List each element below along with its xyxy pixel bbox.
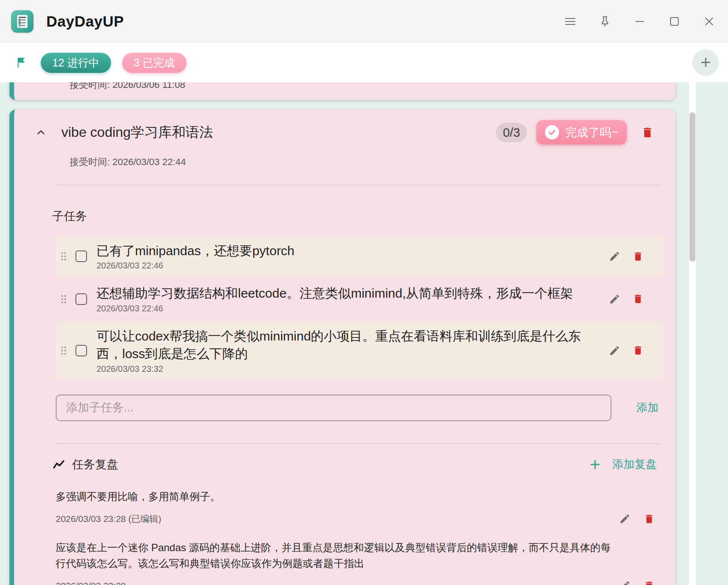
edit-subtask-icon[interactable]	[609, 250, 620, 262]
add-subtask-row: 添加	[56, 395, 659, 421]
minimize-icon[interactable]	[633, 15, 647, 28]
app-logo-icon	[11, 10, 33, 33]
complete-task-label: 完成了吗~	[565, 125, 618, 140]
review-item: 多强调不要用比喻，多用简单例子。 2026/03/03 23:28 (已编辑)	[56, 489, 655, 525]
subtask-text: 还想辅助学习数据结构和leetcode。注意类似minimind,从简单到特殊，…	[96, 284, 601, 302]
subtask-text: 可以让codex帮我搞一个类似minimind的小项目。重点在看语料库和训练到底…	[96, 327, 601, 363]
task-card-header: vibe coding学习库和语法 0/3 完成了吗~	[14, 110, 675, 145]
filter-in-progress-button[interactable]: 12 进行中	[41, 53, 111, 73]
task-card: vibe coding学习库和语法 0/3 完成了吗~	[9, 110, 675, 585]
task-title: vibe coding学习库和语法	[61, 123, 213, 142]
add-task-button[interactable]: +	[692, 49, 719, 76]
maximize-icon[interactable]	[668, 15, 681, 28]
review-text: 应该是在上一个迷你 Pandas 源码的基础上进阶，并且重点是思想和逻辑以及典型…	[56, 540, 617, 571]
subtask-row[interactable]: 可以让codex帮我搞一个类似minimind的小项目。重点在看语料库和训练到底…	[55, 322, 663, 379]
review-text: 多强调不要用比喻，多用简单例子。	[56, 489, 617, 504]
pin-icon[interactable]	[598, 15, 612, 28]
subtask-row[interactable]: 还想辅助学习数据结构和leetcode。注意类似minimind,从简单到特殊，…	[55, 279, 663, 318]
review-time: 2026/03/03 23:28 (已编辑)	[56, 513, 161, 525]
delete-task-icon[interactable]	[641, 126, 654, 139]
previous-task-card[interactable]: 接受时间: 2026/03/06 11:08	[9, 82, 675, 100]
delete-subtask-icon[interactable]	[632, 293, 644, 305]
collapse-chevron-icon[interactable]	[35, 127, 47, 138]
previous-card-accept-time: 接受时间: 2026/03/06 11:08	[69, 82, 675, 91]
check-circle-icon	[545, 125, 559, 139]
subtask-checkbox[interactable]	[75, 345, 87, 356]
subtask-checkbox[interactable]	[75, 250, 87, 262]
delete-subtask-icon[interactable]	[632, 345, 644, 356]
window-controls	[563, 15, 716, 28]
flag-icon	[15, 56, 28, 69]
review-item: 应该是在上一个迷你 Pandas 源码的基础上进阶，并且重点是思想和逻辑以及典型…	[56, 540, 655, 585]
complete-task-button[interactable]: 完成了吗~	[536, 120, 627, 145]
filter-toolbar: 12 进行中 3 已完成 +	[0, 43, 728, 82]
edit-review-icon[interactable]	[619, 580, 631, 585]
subtask-checkbox[interactable]	[75, 293, 87, 305]
subtask-time: 2026/03/03 22:46	[96, 304, 601, 314]
edit-subtask-icon[interactable]	[609, 293, 620, 305]
drag-handle-icon[interactable]	[60, 294, 67, 304]
subtask-text: 已有了minipandas，还想要pytorch	[96, 242, 601, 259]
review-section-label: 任务复盘	[72, 457, 118, 472]
add-subtask-input[interactable]	[56, 395, 611, 421]
subtask-time: 2026/03/03 23:32	[96, 364, 601, 374]
review-time: 2026/03/03 23:28	[56, 581, 126, 585]
subtasks-section-label: 子任务	[52, 208, 675, 224]
edit-subtask-icon[interactable]	[609, 345, 620, 356]
add-review-plus-icon[interactable]	[589, 458, 601, 470]
review-section-header: 任务复盘 添加复盘	[52, 457, 657, 472]
add-review-button[interactable]: 添加复盘	[612, 457, 657, 472]
trend-line-icon	[52, 459, 65, 470]
delete-review-icon[interactable]	[644, 513, 655, 525]
menu-icon[interactable]	[563, 15, 577, 28]
subtask-row[interactable]: 已有了minipandas，还想要pytorch 2026/03/03 22:4…	[55, 237, 663, 276]
scrollbar-thumb[interactable]	[689, 112, 695, 262]
close-icon[interactable]	[702, 15, 716, 28]
delete-review-icon[interactable]	[644, 580, 655, 585]
titlebar: DayDayUP	[0, 0, 728, 43]
subtask-time: 2026/03/03 22:46	[96, 261, 601, 271]
subtask-list: 已有了minipandas，还想要pytorch 2026/03/03 22:4…	[55, 237, 663, 379]
filter-completed-button[interactable]: 3 已完成	[122, 53, 187, 73]
drag-handle-icon[interactable]	[60, 346, 67, 356]
app-title: DayDayUP	[46, 13, 124, 30]
drag-handle-icon[interactable]	[60, 251, 67, 261]
edit-review-icon[interactable]	[619, 513, 631, 525]
progress-badge: 0/3	[496, 123, 527, 142]
divider	[56, 443, 662, 444]
divider	[56, 185, 662, 185]
task-accept-time: 接受时间: 2026/03/03 22:44	[69, 156, 675, 169]
add-subtask-button[interactable]: 添加	[636, 400, 659, 415]
delete-subtask-icon[interactable]	[632, 251, 644, 262]
task-list-area: 接受时间: 2026/03/06 11:08 vibe coding学习库和语法…	[0, 82, 728, 585]
